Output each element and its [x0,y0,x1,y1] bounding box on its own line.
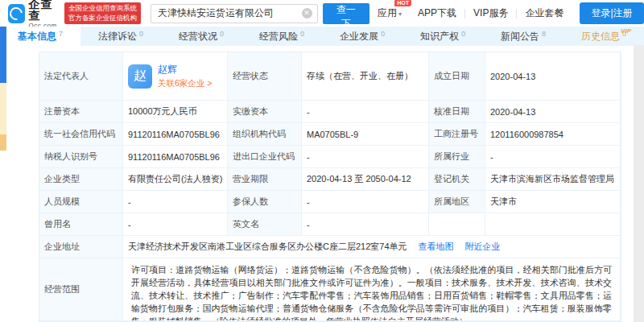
left-edge-cream-strip [0,83,6,134]
field-label [429,213,485,236]
legal-rep-name-link[interactable]: 赵辉 [158,63,212,76]
field-value: - [485,146,621,168]
tab-intellectual-property[interactable]: 知识产权0 [402,27,483,46]
business-scope-text: 许可项目：道路货物运输（网络货运）；道路货物运输（不含危险货物）。（依法须经批准… [123,258,621,321]
hot-badge: HOT [394,0,411,6]
field-value: - [123,213,228,236]
field-label: 实缴资本 [228,101,302,123]
company-search-input[interactable] [156,7,301,20]
nav-vip-service[interactable]: VIP服务 [465,6,516,20]
field-label: 英文名 [228,213,302,236]
left-edge-tan-strip [0,134,6,151]
company-address-cell: 天津经济技术开发区南港工业区综合服务区办公楼C座二层212室74单元 查看地图 … [123,236,621,258]
vip-badge: VIP [621,27,631,35]
search-button[interactable]: 查一下 [323,3,370,24]
company-address: 天津经济技术开发区南港工业区综合服务区办公楼C座二层212室74单元 [128,241,407,253]
field-value: 10000万元人民币 [123,101,228,123]
tab-history-info[interactable]: 历史信息0 VIP [564,27,644,46]
field-label: 所属行业 [429,146,485,168]
qcc-logo[interactable]: 企查查 Qcc.com [8,0,60,29]
field-label: 登记机关 [429,168,485,191]
field-value: - [302,101,429,123]
logo-name: 企查查 [29,0,60,21]
scrollbar[interactable] [634,45,644,322]
field-value: 2020-04-13 [485,101,621,123]
field-label: 纳税人识别号 [39,146,123,168]
nav-app-download[interactable]: APP下载 [410,6,464,20]
nearby-companies-link[interactable]: 附近企业 [465,241,501,253]
nav-app[interactable]: 应用▾ HOT [369,6,410,20]
field-label: 企业类型 [39,168,123,191]
field-value: 91120116MA0705BL96 [123,146,228,168]
clear-search-icon[interactable]: ✕ [302,8,312,19]
field-label: 曾用名 [39,213,123,236]
tab-news-announcements[interactable]: 新闻公告8 [483,27,564,46]
legal-rep-avatar[interactable]: 赵 [128,64,152,89]
field-value: 天津市滨海新区市场监督管理局 [485,168,621,191]
field-label: 核准日期 [429,101,485,123]
field-label: 统一社会信用代码 [39,123,123,146]
field-value: MA0705BL-9 [302,123,429,146]
field-value: 91120116MA0705BL96 [123,123,228,146]
view-map-link[interactable]: 查看地图 [419,241,454,253]
legal-rep-cell: 赵 赵辉 关联6家企业 > [123,52,228,101]
field-label: 组织机构代码 [228,123,302,146]
field-label: 进出口企业代码 [228,146,302,168]
related-companies-link[interactable]: 关联6家企业 > [158,77,212,89]
credit-system-badge: 全国企业信用查询系统 官方备案企业征信机构 [64,2,141,23]
tab-legal-proceedings[interactable]: 法律诉讼0 [80,27,161,46]
field-label: 成立日期 [429,52,485,101]
field-value: - [123,191,228,213]
field-label: 参保人数 [228,191,302,213]
field-label: 企业地址 [39,236,123,258]
header-nav: 应用▾ HOT APP下载 VIP服务 企业套餐 登录|注册 [369,2,644,24]
field-label: 所属地区 [429,191,485,213]
field-value [485,213,621,236]
section-tabs: 基本信息7 法律诉讼0 经营状况0 经营风险0 企业发展0 知识产权0 新闻公告… [0,27,644,46]
qcc-logo-icon [8,4,25,23]
field-value: 有限责任公司(法人独资) [123,168,228,191]
tab-operating-status[interactable]: 经营状况0 [161,27,242,46]
field-value: 天津市 [485,191,621,213]
left-edge-blue-strip [0,27,6,83]
field-label: 注册资本 [39,101,123,123]
field-value: - [302,213,429,236]
field-value: 存续（在营、开业、在册） [302,52,429,101]
top-header: 企查查 Qcc.com 全国企业信用查询系统 官方备案企业征信机构 ✕ 查一下 … [0,0,644,27]
tab-operating-risk[interactable]: 经营风险0 [242,27,322,46]
field-label: 人员规模 [39,191,123,213]
field-value: 2020-04-13 [485,52,621,101]
tab-basic-info[interactable]: 基本信息7 [0,27,80,46]
nav-enterprise-package[interactable]: 企业套餐 [517,6,572,20]
field-value: - [302,191,429,213]
login-register-button[interactable]: 登录|注册 [580,2,643,24]
field-value: 120116000987854 [485,123,621,146]
field-label: 经营范围 [39,258,123,321]
field-value: 2020-04-13 至 2050-04-12 [302,168,429,191]
field-label: 营业期限 [228,168,302,191]
basic-info-table: 法定代表人 赵 赵辉 关联6家企业 > 经营状态 存续（在营、开业、在册） 成立… [39,52,621,322]
field-label: 工商注册号 [429,123,485,146]
qcc-company-page: 企查查 Qcc.com 全国企业信用查询系统 官方备案企业征信机构 ✕ 查一下 … [0,0,644,322]
field-value: - [302,146,429,168]
field-label: 经营状态 [228,52,302,101]
tab-enterprise-development[interactable]: 企业发展0 [322,27,402,46]
chevron-down-icon: ▾ [398,10,402,18]
company-search-box: ✕ [151,4,317,23]
field-label: 法定代表人 [39,52,123,101]
